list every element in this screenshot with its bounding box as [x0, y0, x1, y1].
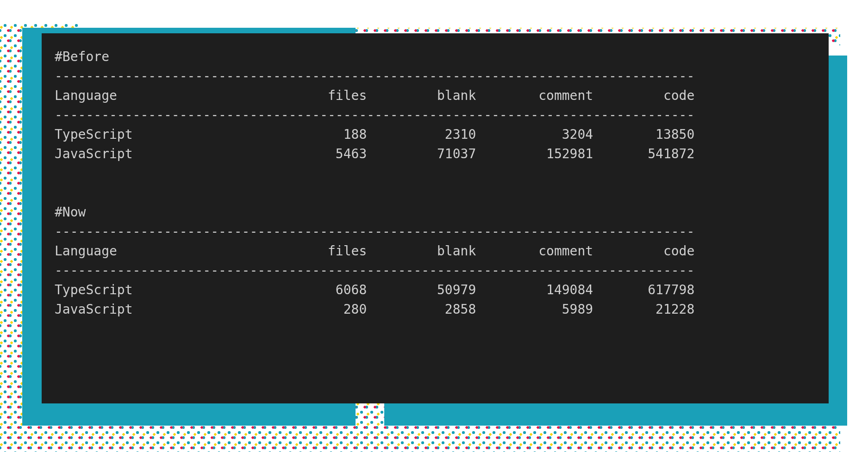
- terminal-output: #Before --------------------------------…: [42, 33, 829, 403]
- white-mask: [79, 0, 868, 28]
